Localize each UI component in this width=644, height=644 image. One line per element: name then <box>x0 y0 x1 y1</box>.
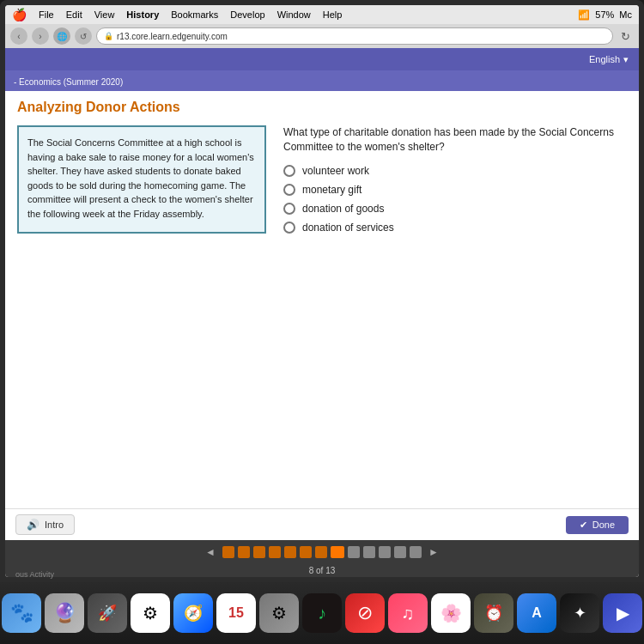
nav-dot-12[interactable] <box>394 546 406 558</box>
address-bar[interactable]: 🔒 r13.core.learn.edgenuity.com <box>96 27 613 45</box>
page-indicator: 8 of 13 <box>5 564 639 577</box>
intro-button[interactable]: 🔊 Intro <box>15 514 75 535</box>
nav-dots-bar: ◄ ► <box>5 540 639 564</box>
nav-dot-10[interactable] <box>363 546 375 558</box>
dock-finder[interactable]: 🐾 <box>2 593 41 633</box>
previous-activity-label: ous Activity <box>15 570 54 579</box>
nav-dot-9[interactable] <box>348 546 360 558</box>
menu-bookmarks[interactable]: Bookmarks <box>171 9 218 20</box>
nav-dot-13[interactable] <box>410 546 422 558</box>
dock-photos[interactable]: 🌸 <box>431 593 471 633</box>
dock-music[interactable]: ♫ <box>388 593 428 633</box>
option-4[interactable]: donation of services <box>283 222 627 234</box>
radio-4[interactable] <box>283 222 295 234</box>
battery-indicator: 57% <box>595 9 614 20</box>
apple-menu[interactable]: 🍎 <box>12 8 27 21</box>
app-header: English ▾ <box>5 48 639 70</box>
page-title: Analyzing Donor Actions <box>17 100 627 115</box>
question-area: What type of charitable donation has bee… <box>283 125 627 234</box>
dock-siri[interactable]: 🔮 <box>45 593 84 633</box>
option-label-3: donation of goods <box>302 203 384 215</box>
nav-dot-11[interactable] <box>379 546 391 558</box>
question-text: What type of charitable donation has bee… <box>283 125 627 155</box>
nav-prev-arrow[interactable]: ◄ <box>202 546 219 558</box>
option-label-2: monetary gift <box>302 184 361 196</box>
dock-calendar[interactable]: 15 <box>216 593 256 633</box>
menu-edit[interactable]: Edit <box>66 9 82 20</box>
dock-chrome[interactable]: ⚙ <box>131 593 170 633</box>
passage-box: The Social Concerns Committee at a high … <box>17 125 266 234</box>
checkmark-icon: ✔ <box>580 519 587 531</box>
menu-file[interactable]: File <box>39 9 54 20</box>
dock-launchpad[interactable]: 🚀 <box>88 593 127 633</box>
option-1[interactable]: volunteer work <box>283 165 627 177</box>
mac-menubar: 🍎 File Edit View History Bookmarks Devel… <box>5 5 639 24</box>
nav-next-arrow[interactable]: ► <box>425 546 442 558</box>
dock-blocked[interactable]: ⊘ <box>345 593 385 633</box>
option-label-1: volunteer work <box>302 165 369 177</box>
nav-dot-7[interactable] <box>315 546 327 558</box>
radio-1[interactable] <box>283 165 295 177</box>
menu-window[interactable]: Window <box>277 9 311 20</box>
menu-view[interactable]: View <box>94 9 115 20</box>
nav-dot-3[interactable] <box>253 546 265 558</box>
lock-icon: 🔒 <box>104 32 113 40</box>
radio-3[interactable] <box>283 203 295 215</box>
option-2[interactable]: monetary gift <box>283 184 627 196</box>
nav-dot-6[interactable] <box>300 546 312 558</box>
dock: 🐾 🔮 🚀 ⚙ 🧭 15 ⚙ ♪ ⊘ ♫ 🌸 ⏰ A ✦ ▶ <box>0 582 644 644</box>
user-name: Mc <box>619 9 632 20</box>
nav-dot-2[interactable] <box>238 546 250 558</box>
nav-dot-1[interactable] <box>222 546 234 558</box>
option-label-4: donation of services <box>302 222 394 234</box>
dock-spotify[interactable]: ♪ <box>302 593 342 633</box>
refresh-button[interactable]: ↻ <box>617 30 634 43</box>
menu-help[interactable]: Help <box>323 9 343 20</box>
wifi-icon: 📶 <box>578 9 590 21</box>
content-area: Analyzing Donor Actions The Social Conce… <box>5 91 639 308</box>
course-label: - Economics (Summer 2020) <box>5 70 639 91</box>
menu-develop[interactable]: Develop <box>230 9 264 20</box>
passage-text: The Social Concerns Committee at a high … <box>27 137 254 219</box>
option-3[interactable]: donation of goods <box>283 203 627 215</box>
done-button[interactable]: ✔ Done <box>566 516 629 534</box>
nav-dot-4[interactable] <box>269 546 281 558</box>
dock-safari[interactable]: 🧭 <box>173 593 213 633</box>
dock-timemachine[interactable]: ⏰ <box>474 593 513 633</box>
dock-cast[interactable]: ▶ <box>603 593 642 633</box>
dock-settings[interactable]: ⚙ <box>259 593 299 633</box>
menu-history[interactable]: History <box>126 9 159 20</box>
back-button[interactable]: ‹ <box>10 27 27 45</box>
dock-finder2[interactable]: ✦ <box>560 593 599 633</box>
course-name: - Economics (Summer 2020) <box>14 77 123 87</box>
url-text: r13.core.learn.edgenuity.com <box>117 32 228 41</box>
tab-back-button[interactable]: ↺ <box>75 27 92 45</box>
radio-2[interactable] <box>283 184 295 196</box>
speaker-icon: 🔊 <box>27 519 39 531</box>
language-selector[interactable]: English ▾ <box>589 54 629 65</box>
browser-icon: 🌐 <box>53 27 70 45</box>
nav-dot-5[interactable] <box>284 546 296 558</box>
nav-dot-8[interactable] <box>331 546 344 558</box>
forward-button[interactable]: › <box>32 27 49 45</box>
dock-appstore[interactable]: A <box>517 593 556 633</box>
options-list: volunteer work monetary gift donation of… <box>283 165 627 234</box>
bottom-bar: 🔊 Intro ✔ Done <box>5 508 639 540</box>
